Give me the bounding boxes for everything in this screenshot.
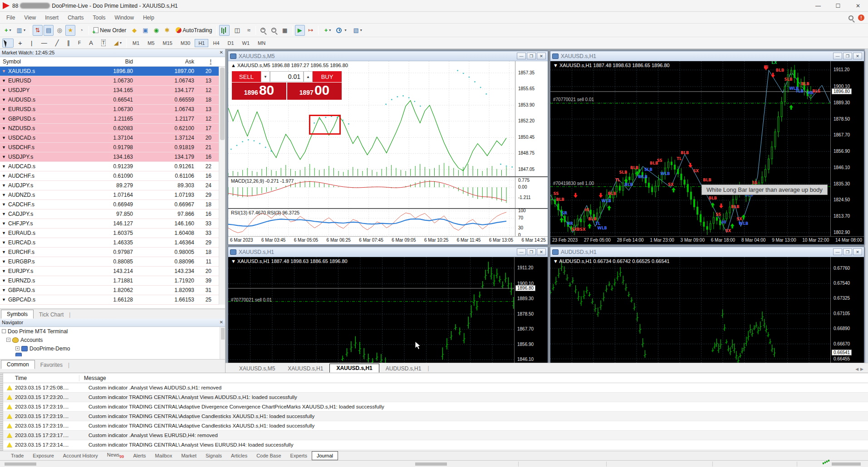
drawing-tool-button[interactable]: T [98, 39, 109, 48]
market-watch-titlebar[interactable]: Market Watch: 12:45:25 ✕ [0, 49, 225, 57]
market-watch-row[interactable]: ▼ USDCHF.s 0.91798 0.91819 21 [0, 143, 225, 152]
terminal-tab[interactable]: Mailbox [151, 452, 177, 460]
market-watch-row[interactable]: ▼ AUDJPY.s 89.279 89.303 24 [0, 181, 225, 190]
sell-button[interactable]: SELL [232, 71, 261, 82]
chart-window-titlebar[interactable]: XAUUSD.s,M5 — ❐ ✕ [228, 51, 548, 61]
h1-candle-chart[interactable]: ▼ XAUUSD.s,H1 1887.48 1898.63 1886.65 18… [550, 61, 830, 236]
close-icon[interactable]: ✕ [220, 320, 223, 325]
panel-grip[interactable] [0, 373, 3, 460]
journal-row[interactable]: 2023.03.15 17:23:19.... Custom indicator… [3, 421, 868, 431]
time-axis[interactable]: 6 Mar 20236 Mar 03:456 Mar 05:056 Mar 06… [228, 236, 548, 244]
timeframe-button[interactable]: MN [254, 39, 269, 47]
menu-item[interactable]: File [2, 13, 20, 23]
rsi-axis[interactable]: 10070300 [515, 209, 548, 237]
volume-stepper[interactable]: ▲ [304, 71, 313, 82]
buy-button[interactable]: BUY [313, 71, 342, 82]
menu-item[interactable]: Help [138, 13, 159, 23]
restore-button[interactable]: ❐ [527, 248, 536, 255]
macd-indicator-pane[interactable]: MACD(12,26,9) -0.271 -1.977 [228, 177, 515, 208]
menu-item[interactable]: Charts [63, 13, 88, 23]
chart-type-button[interactable] [219, 25, 230, 36]
toolbar-button[interactable]: ◆ [129, 25, 139, 36]
market-watch-row[interactable]: ▼ EURJPY.s 143.214 143.234 20 [0, 267, 225, 276]
terminal-tab[interactable]: Journal [312, 451, 338, 460]
maximize-button[interactable]: ☐ [828, 0, 848, 12]
macd-axis[interactable]: 0.7750.00-1.211 [515, 177, 548, 208]
rsi-indicator-pane[interactable]: RSI(13) 67.4670 RSI(3) 96.3725 [228, 209, 515, 237]
navigator-scrollbar[interactable] [220, 327, 225, 359]
chart-tab[interactable]: XAUUSD.s,H1 [281, 365, 329, 373]
drawing-tool-button[interactable]: F [74, 39, 84, 48]
terminal-tab[interactable]: Exposure [28, 452, 58, 460]
minimize-button[interactable]: — [808, 0, 828, 12]
terminal-tab[interactable]: Experts [286, 452, 312, 460]
terminal-tab[interactable]: Account History [59, 452, 103, 460]
close-button[interactable]: ✕ [848, 0, 868, 12]
time-axis[interactable]: 23 Feb 202327 Feb 05:0028 Feb 14:001 Mar… [550, 236, 864, 244]
tree-expander-icon[interactable]: + [15, 346, 20, 350]
toolbar-button[interactable]: ◉ [152, 25, 162, 36]
drawing-tool-button[interactable]: ◢ ▾ [110, 39, 124, 48]
close-icon[interactable]: ✕ [537, 248, 546, 255]
tree-expander-icon[interactable] [2, 329, 6, 333]
terminal-tab[interactable]: Trade [6, 452, 28, 460]
market-watch-tab[interactable]: Tick Chart [34, 311, 69, 319]
navigator-tab[interactable]: Common [1, 360, 35, 369]
zoom-button[interactable]: + [258, 25, 268, 36]
price-axis[interactable]: 1911.201900.101889.301878.501867.701856.… [514, 257, 548, 363]
price-axis[interactable]: 1857.351855.651853.901852.201850.451848.… [515, 61, 548, 176]
tree-expander-icon[interactable]: − [6, 338, 10, 342]
market-watch-row[interactable]: ▼ AUDCHF.s 0.61090 0.61106 16 [0, 171, 225, 181]
restore-button[interactable]: ❐ [843, 248, 852, 255]
chart-tab[interactable]: AUDUSD.s,H1 [379, 365, 428, 373]
market-watch-row[interactable]: ▼ EURCAD.s 1.46335 1.46364 29 [0, 238, 225, 248]
tab-scroll-arrows[interactable]: ◀▶ [855, 367, 865, 371]
chart-window-titlebar[interactable]: XAUUSD.s,H1 — ❐ ✕ [228, 247, 548, 257]
market-watch-scrollbar[interactable] [219, 67, 225, 305]
market-watch-row[interactable]: ▼ AUDUSD.s 0.66541 0.66559 18 [0, 95, 225, 105]
chart-type-button[interactable]: ◫ [230, 25, 242, 36]
title-bar[interactable]: 88DooPrime-Live - Doo Prime Limited - XA… [0, 0, 868, 12]
scroll-button[interactable]: ↦ [306, 25, 316, 36]
minimize-button[interactable]: — [517, 248, 526, 255]
trade-options-dropdown[interactable]: ▼ [261, 71, 270, 82]
close-icon[interactable]: ✕ [537, 53, 546, 59]
timeframe-button[interactable]: W1 [239, 39, 254, 47]
timeframe-button[interactable]: H4 [209, 39, 223, 47]
navigator-tree-item[interactable]: Doo Prime MT4 Terminal [2, 327, 225, 336]
drawing-tool-button[interactable]: | [27, 39, 37, 48]
restore-button[interactable]: ❐ [843, 53, 852, 59]
timeframe-button[interactable]: M5 [144, 39, 158, 47]
navigator-titlebar[interactable]: Navigator ✕ [0, 319, 225, 327]
journal-row[interactable]: 2023.03.15 17:23:17.... Custom indicator… [3, 431, 868, 440]
sell-price[interactable]: 1896 80 [232, 83, 286, 100]
market-watch-row[interactable]: ▼ AUDNZD.s 1.07164 1.07193 29 [0, 190, 225, 200]
timeframe-button[interactable]: H1 [195, 39, 208, 47]
terminal-tab[interactable]: Market [177, 452, 201, 460]
journal-row[interactable]: 2023.03.15 17:25:08.... Custom indicator… [3, 383, 868, 393]
timeframe-button[interactable]: M15 [159, 39, 176, 47]
market-watch-row[interactable]: ▼ EURAUD.s 1.60375 1.60408 33 [0, 229, 225, 238]
restore-button[interactable]: ❐ [527, 53, 536, 59]
autotrading-button[interactable]: AutoTrading [173, 25, 215, 36]
market-watch-row[interactable]: ▼ GBPAUD.s 1.82062 1.82093 31 [0, 286, 225, 295]
toolbar-button[interactable]: ▥ ▾ [15, 25, 28, 36]
chart-tool-button[interactable]: ▧ ▾ [349, 25, 364, 36]
menu-item[interactable]: Window [110, 13, 139, 23]
chart-tool-button[interactable]: + ▾ [321, 25, 333, 36]
menu-item[interactable]: Insert [40, 13, 63, 23]
minimize-button[interactable]: — [517, 53, 526, 59]
terminal-tab[interactable]: Code Base [252, 452, 285, 460]
market-watch-row[interactable]: ▼ EURGBP.s 0.88085 0.88096 11 [0, 257, 225, 267]
minimize-button[interactable]: — [833, 53, 842, 59]
toolbar-toggle[interactable]: ◔ [76, 25, 86, 36]
close-icon[interactable]: ✕ [853, 53, 862, 59]
chart-tool-button[interactable]: ▾ [334, 25, 348, 36]
minimize-button[interactable]: — [833, 248, 842, 255]
timeframe-button[interactable]: M30 [177, 39, 194, 47]
toolbar-button[interactable]: ✱ [162, 25, 172, 36]
navigator-tree-item[interactable]: − Accounts [6, 336, 225, 344]
terminal-tab[interactable]: Alerts [128, 452, 150, 460]
market-watch-row[interactable]: ▼ USDJPY.s 134.163 134.179 16 [0, 152, 225, 162]
market-watch-tab[interactable]: Symbols [1, 310, 34, 319]
